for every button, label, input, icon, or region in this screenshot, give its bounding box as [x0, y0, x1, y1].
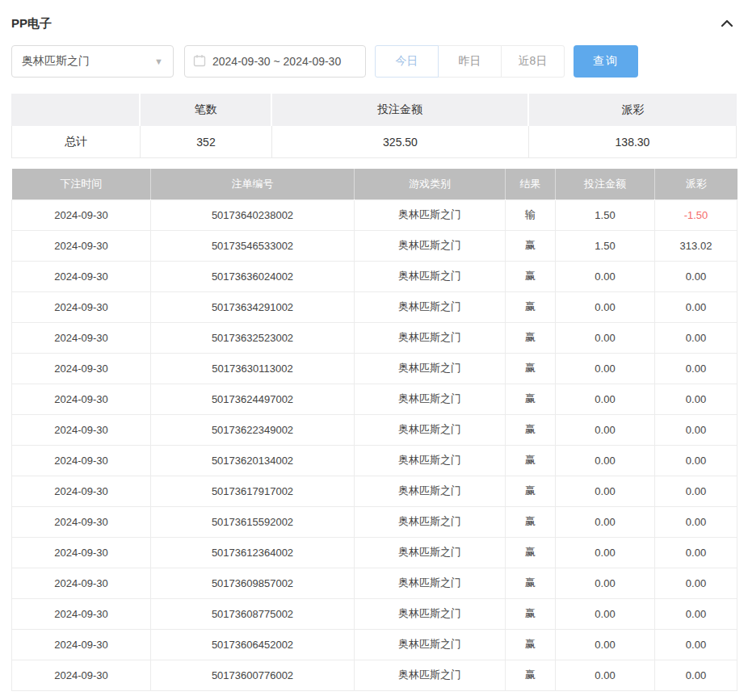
cell-payout: 0.00: [655, 414, 737, 445]
summary-header-payout: 派彩: [529, 94, 737, 126]
cell-bet-time: 2024-09-30: [12, 322, 151, 353]
cell-bet-amount: 0.00: [556, 414, 655, 445]
table-row: 2024-09-30 50173636024002 奥林匹斯之门 赢 0.00 …: [12, 261, 737, 291]
cell-result: 赢: [506, 230, 556, 261]
cell-payout: 313.02: [655, 230, 737, 261]
cell-order-no: 50173600776002: [151, 660, 355, 690]
summary-total-label: 总计: [11, 126, 141, 158]
cell-order-no: 50173606452002: [151, 629, 355, 660]
cell-bet-time: 2024-09-30: [12, 384, 151, 414]
cell-game-category: 奥林匹斯之门: [355, 660, 506, 690]
cell-game-category: 奥林匹斯之门: [355, 629, 506, 660]
cell-game-category: 奥林匹斯之门: [355, 230, 506, 261]
summary-total-payout: 138.30: [529, 126, 737, 158]
cell-order-no: 50173609857002: [151, 568, 355, 598]
table-row: 2024-09-30 50173624497002 奥林匹斯之门 赢 0.00 …: [12, 384, 737, 414]
cell-payout: 0.00: [655, 291, 737, 322]
cell-bet-amount: 1.50: [556, 199, 655, 230]
quick-filter-yesterday[interactable]: 昨日: [438, 45, 502, 78]
col-header-bet-amount: 投注金额: [556, 169, 655, 199]
cell-order-no: 50173615592002: [151, 506, 355, 537]
summary-header-count: 笔数: [141, 94, 272, 126]
cell-payout: 0.00: [655, 660, 737, 690]
cell-order-no: 50173624497002: [151, 384, 355, 414]
cell-game-category: 奥林匹斯之门: [355, 199, 506, 230]
cell-game-category: 奥林匹斯之门: [355, 445, 506, 476]
cell-result: 赢: [506, 598, 556, 629]
cell-bet-time: 2024-09-30: [12, 291, 151, 322]
table-row: 2024-09-30 50173615592002 奥林匹斯之门 赢 0.00 …: [12, 506, 737, 537]
cell-order-no: 50173630113002: [151, 353, 355, 384]
cell-bet-time: 2024-09-30: [12, 537, 151, 568]
cell-order-no: 50173612364002: [151, 537, 355, 568]
chevron-up-icon: [721, 16, 733, 31]
cell-payout: 0.00: [655, 629, 737, 660]
cell-bet-time: 2024-09-30: [12, 598, 151, 629]
cell-bet-amount: 0.00: [556, 476, 655, 506]
col-header-result: 结果: [506, 169, 556, 199]
cell-bet-time: 2024-09-30: [12, 353, 151, 384]
cell-result: 赢: [506, 414, 556, 445]
cell-bet-amount: 0.00: [556, 660, 655, 690]
game-select[interactable]: 奥林匹斯之门 ▼: [11, 45, 174, 78]
cell-game-category: 奥林匹斯之门: [355, 353, 506, 384]
calendar-icon: [193, 54, 206, 69]
cell-result: 赢: [506, 261, 556, 291]
bet-table-header: 下注时间 注单编号 游戏类别 结果 投注金额 派彩: [12, 169, 737, 199]
cell-game-category: 奥林匹斯之门: [355, 384, 506, 414]
cell-game-category: 奥林匹斯之门: [355, 506, 506, 537]
cell-result: 赢: [506, 445, 556, 476]
cell-payout: 0.00: [655, 445, 737, 476]
search-button[interactable]: 查询: [574, 45, 638, 78]
table-row: 2024-09-30 50173620134002 奥林匹斯之门 赢 0.00 …: [12, 445, 737, 476]
cell-bet-amount: 0.00: [556, 568, 655, 598]
cell-bet-time: 2024-09-30: [12, 629, 151, 660]
cell-bet-amount: 0.00: [556, 291, 655, 322]
cell-order-no: 50173640238002: [151, 199, 355, 230]
cell-result: 赢: [506, 291, 556, 322]
cell-order-no: 50173617917002: [151, 476, 355, 506]
cell-result: 赢: [506, 537, 556, 568]
table-row: 2024-09-30 50173608775002 奥林匹斯之门 赢 0.00 …: [12, 598, 737, 629]
quick-filter-today[interactable]: 今日: [375, 45, 439, 78]
cell-payout: 0.00: [655, 568, 737, 598]
table-row: 2024-09-30 50173640238002 奥林匹斯之门 输 1.50 …: [12, 199, 737, 230]
game-select-value: 奥林匹斯之门: [22, 54, 90, 69]
cell-bet-amount: 0.00: [556, 322, 655, 353]
bet-records-table: 下注时间 注单编号 游戏类别 结果 投注金额 派彩 2024-09-30 501…: [11, 169, 737, 691]
cell-bet-amount: 0.00: [556, 384, 655, 414]
summary-total-bet-amount: 325.50: [272, 126, 529, 158]
col-header-game-category: 游戏类别: [355, 169, 506, 199]
table-row: 2024-09-30 50173622349002 奥林匹斯之门 赢 0.00 …: [12, 414, 737, 445]
cell-payout: 0.00: [655, 353, 737, 384]
cell-result: 赢: [506, 568, 556, 598]
summary-table: 笔数 投注金额 派彩 总计 352 325.50 138.30: [11, 94, 737, 158]
cell-bet-amount: 0.00: [556, 537, 655, 568]
cell-result: 赢: [506, 629, 556, 660]
cell-bet-amount: 0.00: [556, 445, 655, 476]
cell-game-category: 奥林匹斯之门: [355, 537, 506, 568]
cell-result: 赢: [506, 353, 556, 384]
quick-filter-last-8-days[interactable]: 近8日: [501, 45, 565, 78]
cell-payout: 0.00: [655, 598, 737, 629]
cell-result: 赢: [506, 506, 556, 537]
cell-bet-amount: 0.00: [556, 261, 655, 291]
cell-payout: 0.00: [655, 384, 737, 414]
cell-game-category: 奥林匹斯之门: [355, 291, 506, 322]
cell-bet-amount: 0.00: [556, 598, 655, 629]
cell-bet-time: 2024-09-30: [12, 568, 151, 598]
cell-payout: 0.00: [655, 506, 737, 537]
cell-bet-time: 2024-09-30: [12, 261, 151, 291]
cell-payout: -1.50: [655, 199, 737, 230]
cell-result: 输: [506, 199, 556, 230]
cell-result: 赢: [506, 476, 556, 506]
cell-game-category: 奥林匹斯之门: [355, 322, 506, 353]
cell-order-no: 50173622349002: [151, 414, 355, 445]
date-range-value: 2024-09-30 ~ 2024-09-30: [212, 55, 341, 68]
collapse-panel-button[interactable]: [717, 13, 737, 34]
table-row: 2024-09-30 50173632523002 奥林匹斯之门 赢 0.00 …: [12, 322, 737, 353]
table-row: 2024-09-30 50173609857002 奥林匹斯之门 赢 0.00 …: [12, 568, 737, 598]
cell-game-category: 奥林匹斯之门: [355, 598, 506, 629]
date-range-picker[interactable]: 2024-09-30 ~ 2024-09-30: [184, 45, 366, 78]
col-header-order-no: 注单编号: [151, 169, 355, 199]
